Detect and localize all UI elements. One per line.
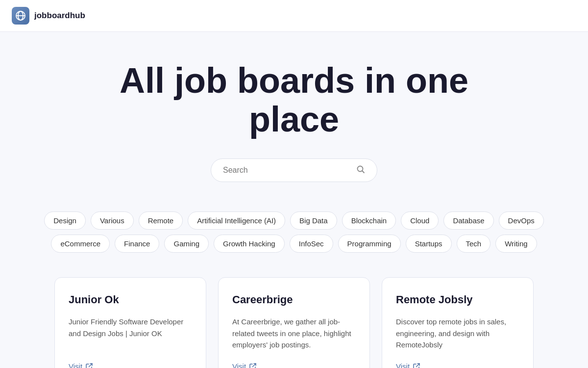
visit-label: Visit [232,362,246,368]
hero-title: All job boards in one place [98,61,490,139]
job-board-card: Careerbrige At Careerbrige, we gather al… [218,277,370,368]
tag-item[interactable]: Blockchain [342,211,396,230]
search-icon [356,165,365,176]
header: jobboardhub [0,0,588,32]
job-board-card: Remote Jobsly Discover top remote jobs i… [382,277,534,368]
tag-item[interactable]: Design [44,211,86,230]
card-visit-link[interactable]: Visit [396,362,519,368]
tag-item[interactable]: Artificial Intelligence (AI) [188,211,285,230]
search-input[interactable] [223,166,351,175]
card-description: Junior Friendly Software Developer and D… [69,316,192,350]
tag-item[interactable]: Various [91,211,134,230]
hero-section: All job boards in one place [0,32,588,202]
svg-point-3 [358,166,363,172]
tag-item[interactable]: Database [443,211,493,230]
tag-item[interactable]: eCommerce [51,235,110,253]
tag-item[interactable]: DevOps [499,211,544,230]
tags-section: DesignVariousRemoteArtificial Intelligen… [0,202,588,272]
svg-line-6 [253,364,256,367]
tag-item[interactable]: Cloud [401,211,439,230]
card-title: Junior Ok [69,293,192,306]
tag-item[interactable]: Growth Hacking [214,235,285,253]
external-link-icon [413,363,420,368]
card-description: Discover top remote jobs in sales, engin… [396,316,519,350]
svg-line-5 [89,364,93,367]
card-visit-link[interactable]: Visit [69,362,192,368]
card-title: Careerbrige [232,293,356,306]
search-bar[interactable] [211,158,377,182]
logo-link[interactable]: jobboardhub [12,7,85,25]
tag-item[interactable]: Programming [338,235,401,253]
tag-item[interactable]: Big Data [290,211,337,230]
external-link-icon [85,363,93,368]
visit-label: Visit [396,362,410,368]
tag-item[interactable]: Gaming [164,235,209,253]
external-link-icon [249,363,257,368]
card-title: Remote Jobsly [396,293,519,306]
tag-item[interactable]: InfoSec [290,235,333,253]
card-visit-link[interactable]: Visit [232,362,356,368]
cards-section: Junior Ok Junior Friendly Software Devel… [0,272,588,368]
logo-text: jobboardhub [34,11,85,21]
logo-icon [12,7,29,25]
tag-item[interactable]: Remote [139,211,183,230]
svg-line-4 [363,171,365,173]
tag-item[interactable]: Writing [495,235,537,253]
tag-item[interactable]: Tech [457,235,491,253]
svg-line-7 [416,364,420,367]
tag-item[interactable]: Startups [406,235,452,253]
tag-item[interactable]: Finance [115,235,159,253]
visit-label: Visit [69,362,82,368]
job-board-card: Junior Ok Junior Friendly Software Devel… [54,277,206,368]
card-description: At Careerbrige, we gather all job-relate… [232,316,356,350]
